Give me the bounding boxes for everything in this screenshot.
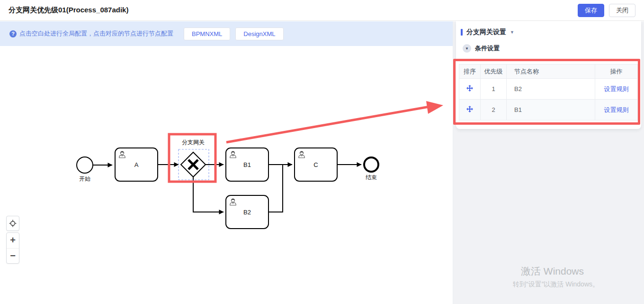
page-title: 分支网关优先级01(Process_087adik) xyxy=(9,6,128,15)
save-button[interactable]: 保存 xyxy=(578,4,604,17)
title-accent-bar xyxy=(461,29,463,36)
task-b1-label: B1 xyxy=(243,161,251,168)
task-a-node[interactable]: A xyxy=(115,148,158,181)
task-b2-node[interactable]: B2 xyxy=(226,195,268,229)
bpmnxml-button[interactable]: BPMNXML xyxy=(184,28,230,40)
condition-section-header[interactable]: ▼ 条件设置 xyxy=(463,44,500,53)
red-annotation-arrow xyxy=(226,101,443,142)
gateway-label: 分支网关 xyxy=(182,139,205,146)
start-event-label: 开始 xyxy=(79,175,90,182)
task-a-label: A xyxy=(134,161,139,168)
settings-card: 分支网关设置 ▼ ▼ 条件设置 排序 优先级 节点名称 操作 xyxy=(456,21,641,129)
drag-handle-icon[interactable] xyxy=(466,106,473,112)
fit-view-button[interactable] xyxy=(6,216,19,231)
column-header-sort: 排序 xyxy=(459,64,481,79)
zoom-toolbar: + − xyxy=(6,232,19,264)
section-title: 条件设置 xyxy=(475,44,500,53)
end-event-node[interactable]: 结束 xyxy=(364,157,378,181)
designxml-button[interactable]: DesignXML xyxy=(235,28,283,40)
collapse-chevron-icon[interactable]: ▼ xyxy=(463,44,471,53)
bpmn-canvas[interactable]: 开始 A 分支网关 B1 xyxy=(0,46,453,304)
set-rule-link[interactable]: 设置规则 xyxy=(604,85,629,92)
close-button[interactable]: 关闭 xyxy=(609,4,635,17)
top-header: 分支网关优先级01(Process_087adik) 保存 关闭 xyxy=(0,0,644,21)
priority-cell: 2 xyxy=(481,100,507,120)
drag-handle-icon[interactable] xyxy=(466,85,473,92)
info-bar: ? 点击空白处进行全局配置，点击对应的节点进行节点配置 BPMNXML Desi… xyxy=(0,21,453,46)
help-circle-icon: ? xyxy=(9,30,17,37)
column-header-action: 操作 xyxy=(595,64,638,79)
node-name-cell: B1 xyxy=(507,100,595,120)
info-hint-text: 点击空白处进行全局配置，点击对应的节点进行节点配置 xyxy=(19,29,173,38)
task-c-node[interactable]: C xyxy=(295,148,337,181)
task-c-label: C xyxy=(313,161,318,168)
task-b1-node[interactable]: B1 xyxy=(226,148,268,181)
start-event-node[interactable]: 开始 xyxy=(77,157,93,182)
panel-title-row[interactable]: 分支网关设置 ▼ xyxy=(461,28,514,37)
task-b2-label: B2 xyxy=(243,209,251,216)
chevron-down-icon[interactable]: ▼ xyxy=(510,30,514,35)
column-header-priority: 优先级 xyxy=(481,64,507,79)
zoom-out-button[interactable]: − xyxy=(7,248,19,263)
node-name-cell: B2 xyxy=(507,79,595,100)
table-row: 2 B1 设置规则 xyxy=(459,100,638,120)
priority-cell: 1 xyxy=(481,79,507,100)
gateway-settings-panel: 分支网关设置 ▼ ▼ 条件设置 排序 优先级 节点名称 操作 xyxy=(453,21,644,304)
exclusive-gateway-node[interactable]: 分支网关 xyxy=(169,134,215,182)
set-rule-link[interactable]: 设置规则 xyxy=(604,106,629,113)
zoom-in-button[interactable]: + xyxy=(7,233,19,248)
table-row: 1 B2 设置规则 xyxy=(459,79,638,100)
condition-table: 排序 优先级 节点名称 操作 1 B2 xyxy=(459,64,638,120)
process-editor-app: 分支网关优先级01(Process_087adik) 保存 关闭 ? 点击空白处… xyxy=(0,0,644,304)
panel-title: 分支网关设置 xyxy=(466,28,506,37)
bpmn-diagram: 开始 A 分支网关 B1 xyxy=(0,46,453,304)
crosshair-icon xyxy=(9,220,17,227)
end-event-label: 结束 xyxy=(366,174,377,181)
table-header-row: 排序 优先级 节点名称 操作 xyxy=(459,64,638,79)
column-header-node-name: 节点名称 xyxy=(507,64,595,79)
